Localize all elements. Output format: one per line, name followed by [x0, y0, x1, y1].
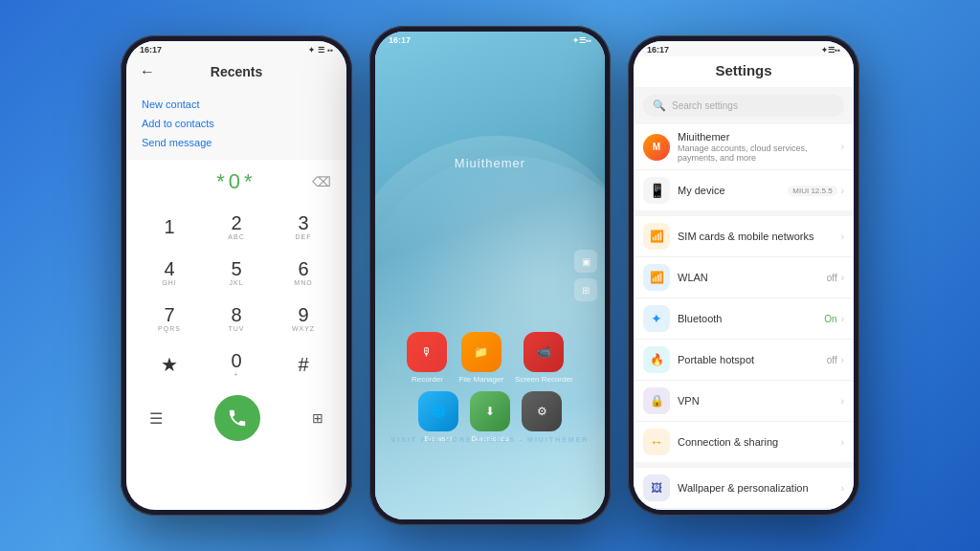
- menu-button[interactable]: ☰: [149, 409, 163, 428]
- dialpad-button[interactable]: ⊞: [312, 410, 323, 426]
- app-grid: 🎙 Recorder 📁 File Manager 📹 Screen Recor…: [375, 332, 605, 443]
- miui-badge: MIUI 12.5.5: [788, 186, 836, 196]
- app-row-1: 🎙 Recorder 📁 File Manager 📹 Screen Recor…: [390, 332, 590, 384]
- key-hash[interactable]: #: [270, 342, 337, 387]
- vpn-label: VPN: [678, 395, 834, 407]
- phone-dialer: 16:17 ✦ ☰ ▪▪ ← Recents New contact Add t…: [121, 35, 352, 516]
- status-time-settings: 16:17: [647, 45, 669, 55]
- wallpaper-icon: 🖼: [643, 474, 670, 501]
- chevron-icon: ›: [841, 314, 844, 324]
- app-browser[interactable]: 🌐 Browser: [418, 391, 458, 443]
- status-icons: ✦ ☰ ▪▪: [308, 46, 333, 55]
- settings-item-connection-sharing[interactable]: ↔ Connection & sharing ›: [634, 422, 854, 462]
- settings-item-vpn[interactable]: 🔒 VPN ›: [634, 381, 854, 422]
- settings-account-section: M Miuithemer Manage accounts, cloud serv…: [634, 124, 854, 210]
- dialer-display: *0* ⌫: [126, 160, 346, 204]
- hotspot-icon: 🔥: [643, 346, 670, 373]
- hotspot-label: Portable hotspot: [678, 354, 819, 365]
- bluetooth-label: Bluetooth: [678, 313, 816, 324]
- key-6[interactable]: 6MNO: [270, 250, 337, 296]
- settings-appearance-section: 🖼 Wallpaper & personalization › 🔒 Always…: [634, 468, 854, 510]
- dialer-title: Recents: [211, 64, 262, 79]
- key-9[interactable]: 9WXYZ: [270, 296, 337, 342]
- app-file-manager[interactable]: 📁 File Manager: [458, 332, 503, 384]
- status-time: 16:17: [140, 45, 162, 55]
- chevron-icon: ›: [841, 396, 844, 407]
- key-1[interactable]: 1: [136, 204, 203, 250]
- home-screen: 16:17 ✦☰▪▪ Miuithemer ▣ ⊞ 🎙 Recorder: [375, 32, 605, 519]
- settings-title-bar: Settings: [634, 56, 854, 87]
- send-message-link[interactable]: Send message: [142, 133, 331, 152]
- settings-item-miuithemer[interactable]: M Miuithemer Manage accounts, cloud serv…: [634, 124, 854, 170]
- search-icon: 🔍: [653, 99, 666, 112]
- settings-screen: 16:17 ✦☰▪▪ Settings 🔍 Search settings M …: [634, 41, 854, 510]
- chevron-icon: ›: [841, 273, 844, 283]
- phone-home: 16:17 ✦☰▪▪ Miuithemer ▣ ⊞ 🎙 Recorder: [369, 26, 611, 525]
- wlan-icon: 📶: [643, 264, 670, 291]
- home-wallpaper: 16:17 ✦☰▪▪ Miuithemer ▣ ⊞ 🎙 Recorder: [375, 32, 605, 519]
- add-contacts-link[interactable]: Add to contacts: [142, 114, 331, 133]
- dialer-header: ← Recents: [126, 56, 346, 87]
- app-screen-recorder[interactable]: 📹 Screen Recorder: [515, 332, 572, 384]
- settings-item-sim[interactable]: 📶 SIM cards & mobile networks ›: [634, 216, 854, 257]
- chevron-icon: ›: [841, 186, 844, 196]
- app-settings[interactable]: ⚙: [522, 391, 562, 443]
- side-icon-1[interactable]: ▣: [574, 250, 597, 273]
- key-0[interactable]: 0+: [203, 342, 270, 387]
- backspace-button[interactable]: ⌫: [312, 174, 331, 189]
- status-bar-settings: 16:17 ✦☰▪▪: [634, 41, 854, 56]
- key-7[interactable]: 7PQRS: [136, 296, 203, 342]
- settings-item-wallpaper[interactable]: 🖼 Wallpaper & personalization ›: [634, 468, 854, 509]
- connection-label: Connection & sharing: [678, 436, 834, 448]
- status-time-home: 16:17: [389, 35, 411, 45]
- settings-item-hotspot[interactable]: 🔥 Portable hotspot off ›: [634, 340, 854, 381]
- settings-item-bluetooth[interactable]: ✦ Bluetooth On ›: [634, 298, 854, 340]
- key-4[interactable]: 4GHI: [136, 250, 203, 296]
- chevron-icon: ›: [841, 483, 844, 494]
- new-contact-link[interactable]: New contact: [142, 95, 331, 114]
- dialer-links: New contact Add to contacts Send message: [126, 87, 346, 160]
- connection-icon: ↔: [643, 429, 670, 455]
- side-dock: ▣ ⊞: [574, 250, 597, 301]
- call-button[interactable]: [214, 395, 260, 441]
- status-icons-settings: ✦☰▪▪: [821, 46, 840, 55]
- key-2[interactable]: 2ABC: [203, 204, 270, 250]
- dialer-bottom-bar: ☰ ⊞: [126, 387, 346, 449]
- app-downloads[interactable]: ⬇ Downloads: [470, 391, 510, 443]
- miuithemer-label: Miuithemer: [678, 131, 834, 143]
- phone-icon: [227, 408, 248, 429]
- key-8[interactable]: 8TUV: [203, 296, 270, 342]
- settings-search-bar[interactable]: 🔍 Search settings: [643, 95, 844, 117]
- settings-title: Settings: [715, 62, 771, 78]
- side-icon-2[interactable]: ⊞: [574, 278, 597, 301]
- dialer-number: *0*: [216, 169, 256, 194]
- bluetooth-icon: ✦: [643, 305, 670, 332]
- search-placeholder: Search settings: [672, 100, 738, 111]
- chevron-icon: ›: [841, 355, 844, 365]
- status-bar-dialer: 16:17 ✦ ☰ ▪▪: [126, 41, 346, 56]
- key-star[interactable]: ★: [136, 342, 203, 387]
- settings-item-mydevice[interactable]: 📱 My device MIUI 12.5.5 ›: [634, 170, 854, 210]
- hotspot-value: off: [827, 355, 837, 365]
- status-bar-home: 16:17 ✦☰▪▪: [375, 32, 605, 47]
- sim-icon: 📶: [643, 223, 670, 250]
- mydevice-icon: 📱: [643, 177, 670, 204]
- watermark-text: VISIT FOR MORE THEMES - MIUITHEMER: [375, 436, 605, 443]
- app-recorder[interactable]: 🎙 Recorder: [407, 332, 447, 384]
- back-button[interactable]: ←: [140, 63, 155, 80]
- home-brand-text: Miuithemer: [375, 156, 605, 170]
- key-3[interactable]: 3DEF: [270, 204, 337, 250]
- mydevice-label: My device: [678, 185, 780, 196]
- status-icons-home: ✦☰▪▪: [572, 36, 591, 45]
- wlan-value: off: [827, 273, 837, 283]
- chevron-icon: ›: [841, 142, 844, 152]
- key-5[interactable]: 5JKL: [203, 250, 270, 296]
- dialer-screen: 16:17 ✦ ☰ ▪▪ ← Recents New contact Add t…: [126, 41, 346, 510]
- bluetooth-value: On: [824, 314, 836, 324]
- settings-connectivity-section: 📶 SIM cards & mobile networks › 📶 WLAN o…: [634, 216, 854, 462]
- wlan-label: WLAN: [678, 272, 819, 283]
- app-row-2: 🌐 Browser ⬇ Downloads ⚙: [390, 391, 590, 443]
- settings-item-lockscreen[interactable]: 🔒 Always-on display & Lock screen ›: [634, 509, 854, 510]
- settings-item-wlan[interactable]: 📶 WLAN off ›: [634, 257, 854, 298]
- chevron-icon: ›: [841, 437, 844, 448]
